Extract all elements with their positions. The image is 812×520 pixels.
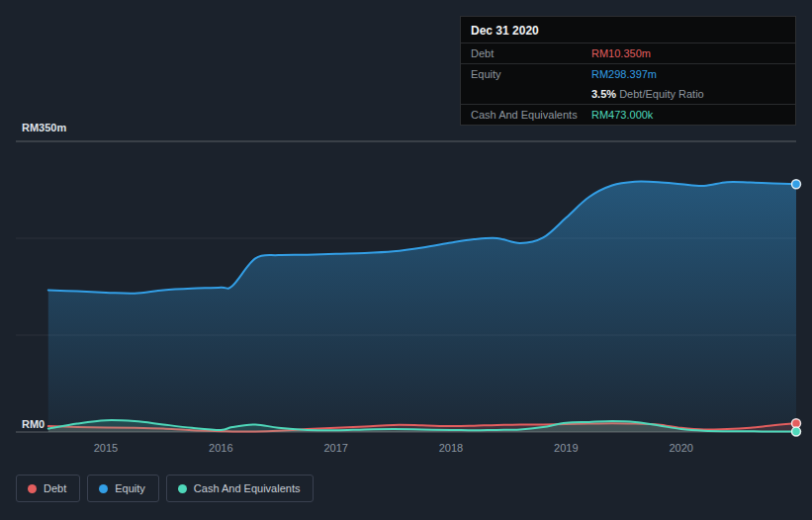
tooltip-equity-label: Equity [471,68,591,80]
tooltip-debt-row: Debt RM10.350m [461,43,795,64]
tooltip-ratio-value: 3.5% [591,88,616,100]
tooltip-cash-row: Cash And Equivalents RM473.000k [461,105,795,125]
debt-dot-icon [28,484,37,493]
legend-debt-label: Debt [44,482,66,494]
tooltip-cash-value: RM473.000k [591,109,785,121]
tooltip-debt-value: RM10.350m [591,47,785,59]
x-tick-2016: 2016 [209,442,232,454]
legend-equity-label: Equity [115,482,145,494]
x-tick-2019: 2019 [554,442,578,454]
tooltip-ratio-row: 3.5% Debt/Equity Ratio [461,84,795,105]
tooltip-equity-row: Equity RM298.397m [461,64,795,84]
equity-area [48,181,796,432]
equity-dot-icon [99,484,108,493]
x-tick-2020: 2020 [669,442,692,454]
chart-tooltip: Dec 31 2020 Debt RM10.350m Equity RM298.… [460,16,796,126]
cash-dot-icon [178,484,187,493]
y-axis-label-bottom: RM0 [22,418,45,430]
legend-cash-label: Cash And Equivalents [194,482,301,494]
tooltip-cash-label: Cash And Equivalents [471,109,591,121]
tooltip-equity-value: RM298.397m [591,68,785,80]
legend-item-cash[interactable]: Cash And Equivalents [166,475,315,502]
tooltip-ratio-label: Debt/Equity Ratio [619,88,704,100]
x-tick-2015: 2015 [94,442,118,454]
equity-end-marker[interactable] [792,180,801,189]
tooltip-date: Dec 31 2020 [461,17,795,43]
cash-end-marker[interactable] [792,427,801,436]
x-tick-2018: 2018 [439,442,463,454]
x-tick-2017: 2017 [323,442,347,454]
y-axis-label-top: RM350m [22,122,66,133]
tooltip-debt-label: Debt [471,47,591,59]
debt-equity-history-chart: RM350mRM0201520162017201820192020 Dec 31… [0,0,812,520]
legend-item-equity[interactable]: Equity [87,475,159,502]
chart-legend: Debt Equity Cash And Equivalents [16,475,314,502]
legend-item-debt[interactable]: Debt [16,475,80,502]
